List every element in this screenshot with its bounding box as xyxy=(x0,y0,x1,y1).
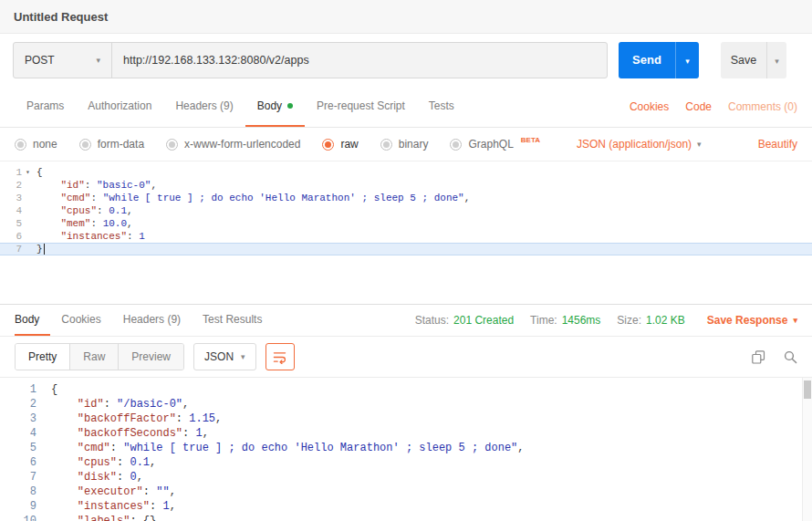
copy-response-button[interactable] xyxy=(752,350,765,364)
scrollbar-thumb[interactable] xyxy=(804,380,811,399)
response-language-select[interactable]: JSON ▾ xyxy=(193,343,256,370)
code-line[interactable]: 3 "backoffFactor": 1.15, xyxy=(0,412,812,426)
search-icon xyxy=(784,350,797,364)
code-line[interactable]: 3 "cmd": "while [ true ] ; do echo 'Hell… xyxy=(0,192,812,204)
fold-spacer xyxy=(36,514,48,521)
wrap-text-button[interactable] xyxy=(265,343,295,370)
tab-label: Tests xyxy=(429,99,454,112)
fold-spacer xyxy=(22,243,34,255)
code-text: "id": "/basic-0", xyxy=(51,397,189,412)
fold-spacer xyxy=(36,499,48,514)
code-line[interactable]: 2 "id": "basic-0", xyxy=(0,179,812,192)
code-line[interactable]: 10 "labels": {}, xyxy=(0,514,812,521)
chevron-down-icon: ▾ xyxy=(241,352,245,361)
tab-label: Params xyxy=(26,99,64,112)
beautify-link[interactable]: Beautify xyxy=(758,138,797,151)
response-tab-cookies[interactable]: Cookies xyxy=(50,305,111,336)
view-raw-button[interactable]: Raw xyxy=(70,344,119,370)
request-tabs-right: Cookies Code Comments (0) xyxy=(630,86,797,127)
fold-spacer xyxy=(36,382,48,397)
save-response-button[interactable]: Save Response ▾ xyxy=(707,314,797,327)
line-number: 1 xyxy=(0,166,22,179)
size-value: 1.02 KB xyxy=(646,314,685,327)
status-value: 201 Created xyxy=(453,314,514,327)
method-select[interactable]: POST ▾ xyxy=(14,43,112,78)
send-button[interactable]: Send xyxy=(619,42,675,78)
code-line[interactable]: 2 "id": "/basic-0", xyxy=(0,397,812,412)
tab-tests[interactable]: Tests xyxy=(417,86,466,127)
fold-spacer xyxy=(22,230,34,243)
body-type-raw[interactable]: raw xyxy=(322,138,358,151)
chevron-down-icon: ▾ xyxy=(793,316,797,325)
method-label: POST xyxy=(25,54,55,67)
code-line[interactable]: 6 "instances": 1 xyxy=(0,230,812,243)
body-type-none[interactable]: none xyxy=(15,138,57,151)
code-line[interactable]: 7} xyxy=(0,243,812,255)
response-tab-headers[interactable]: Headers (9) xyxy=(112,305,192,336)
line-number: 8 xyxy=(0,485,36,499)
fold-spacer xyxy=(36,441,48,455)
body-type-x-www-form-urlencoded[interactable]: x-www-form-urlencoded xyxy=(166,138,300,151)
tab-pre-request-script[interactable]: Pre-request Script xyxy=(305,86,417,127)
content-type-label: JSON (application/json) xyxy=(577,138,692,151)
response-scrollbar[interactable] xyxy=(802,378,812,521)
url-input[interactable] xyxy=(112,43,607,78)
body-type-label: x-www-form-urlencoded xyxy=(184,138,300,151)
response-tab-body[interactable]: Body xyxy=(15,305,50,336)
line-number: 7 xyxy=(0,243,22,255)
tab-label: Body xyxy=(257,99,282,112)
fold-spacer xyxy=(36,485,48,499)
response-body-editor[interactable]: 1{2 "id": "/basic-0",3 "backoffFactor": … xyxy=(0,378,812,521)
tab-authorization[interactable]: Authorization xyxy=(76,86,163,127)
code-line[interactable]: 9 "instances": 1, xyxy=(0,499,812,514)
wrap-text-icon xyxy=(273,350,286,364)
code-line[interactable]: 7 "disk": 0, xyxy=(0,470,812,485)
code-line[interactable]: 8 "executor": "", xyxy=(0,485,812,499)
time-group: Time: 1456ms xyxy=(530,314,600,327)
code-text: { xyxy=(36,166,43,179)
save-options-button[interactable]: ▾ xyxy=(766,42,786,78)
fold-spacer xyxy=(22,192,34,204)
line-number: 2 xyxy=(0,179,22,192)
save-button[interactable]: Save xyxy=(721,42,766,78)
line-number: 5 xyxy=(0,441,36,455)
content-type-select[interactable]: JSON (application/json) ▾ xyxy=(577,138,702,151)
cookies-link[interactable]: Cookies xyxy=(630,100,669,113)
search-response-button[interactable] xyxy=(784,350,797,364)
fold-spacer xyxy=(36,455,48,470)
code-line[interactable]: 6 "cpus": 0.1, xyxy=(0,455,812,470)
response-tab-test-results[interactable]: Test Results xyxy=(192,305,273,336)
code-line[interactable]: 1{ xyxy=(0,382,812,397)
fold-spacer xyxy=(22,217,34,230)
comments-link[interactable]: Comments (0) xyxy=(728,100,797,113)
code-line[interactable]: 5 "cmd": "while [ true ] ; do echo 'Hell… xyxy=(0,441,812,455)
tab-headers[interactable]: Headers (9) xyxy=(163,86,245,127)
tab-body[interactable]: Body xyxy=(245,86,305,127)
body-type-form-data[interactable]: form-data xyxy=(79,138,144,151)
code-line[interactable]: 5 "mem": 10.0, xyxy=(0,217,812,230)
code-text: "executor": "", xyxy=(51,485,176,499)
fold-caret-icon[interactable]: ▾ xyxy=(22,166,34,179)
radio-icon xyxy=(450,139,462,151)
chevron-down-icon: ▾ xyxy=(685,57,690,66)
code-text: "labels": {}, xyxy=(51,514,162,521)
titlebar: Untitled Request xyxy=(0,0,812,34)
view-pretty-button[interactable]: Pretty xyxy=(16,344,70,370)
code-text: "disk": 0, xyxy=(51,470,143,485)
view-preview-button[interactable]: Preview xyxy=(119,344,183,370)
code-text: "instances": 1, xyxy=(51,499,176,514)
body-type-binary[interactable]: binary xyxy=(380,138,429,151)
request-body-editor[interactable]: 1▾{2 "id": "basic-0",3 "cmd": "while [ t… xyxy=(0,162,812,305)
body-type-graphql[interactable]: GraphQL BETA xyxy=(450,138,540,151)
chevron-down-icon: ▾ xyxy=(775,57,779,66)
code-text: "cpus": 0.1, xyxy=(51,455,156,470)
tab-params[interactable]: Params xyxy=(15,86,76,127)
body-type-label: form-data xyxy=(98,138,144,151)
body-type-label: binary xyxy=(399,138,429,151)
code-line[interactable]: 1▾{ xyxy=(0,166,812,179)
code-line[interactable]: 4 "cpus": 0.1, xyxy=(0,204,812,217)
fold-spacer xyxy=(36,426,48,441)
code-link[interactable]: Code xyxy=(685,100,712,113)
code-line[interactable]: 4 "backoffSeconds": 1, xyxy=(0,426,812,441)
send-options-button[interactable]: ▾ xyxy=(675,42,699,78)
